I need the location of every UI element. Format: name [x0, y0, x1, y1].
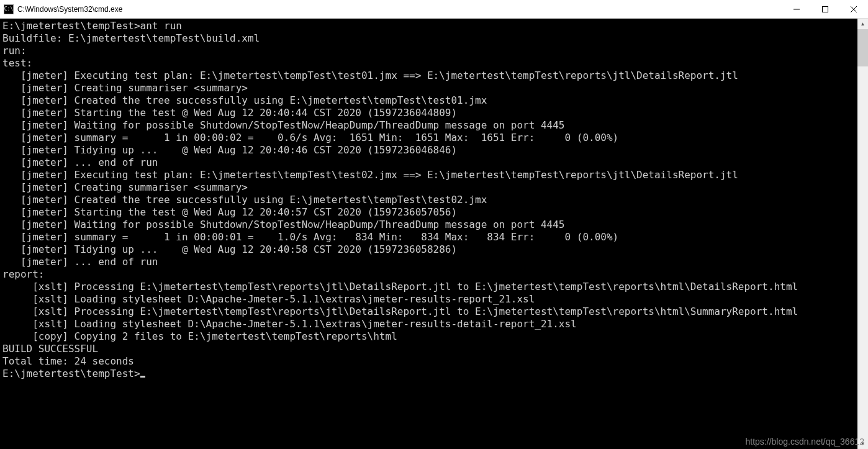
terminal-line: Buildfile: E:\jmetertest\tempTest\build.… — [2, 32, 866, 45]
terminal-line: [xslt] Loading stylesheet D:\Apache-Jmet… — [2, 318, 866, 330]
scroll-up-button[interactable]: ▲ — [857, 19, 868, 29]
terminal-line: [xslt] Processing E:\jmetertest\tempTest… — [2, 306, 866, 318]
cmd-icon: C:\ — [4, 4, 14, 14]
scroll-track[interactable] — [857, 29, 868, 438]
terminal-line: [jmeter] Waiting for possible Shutdown/S… — [2, 219, 866, 231]
terminal-line: [jmeter] Executing test plan: E:\jmetert… — [2, 70, 866, 82]
svg-rect-1 — [823, 6, 828, 12]
terminal-line: BUILD SUCCESSFUL — [2, 343, 866, 355]
terminal-line: [jmeter] Waiting for possible Shutdown/S… — [2, 119, 866, 132]
close-button[interactable] — [839, 0, 868, 18]
title-bar[interactable]: C:\ C:\Windows\System32\cmd.exe — [0, 0, 868, 19]
terminal-line: E:\jmetertest\tempTest> — [2, 368, 866, 380]
terminal-line: [jmeter] Starting the test @ Wed Aug 12 … — [2, 107, 866, 119]
terminal-line: [jmeter] Executing test plan: E:\jmetert… — [2, 169, 866, 181]
terminal-line: [copy] Copying 2 files to E:\jmetertest\… — [2, 330, 866, 343]
cursor-icon — [140, 376, 145, 378]
terminal-line: test: — [2, 57, 866, 70]
terminal-line: [jmeter] Created the tree successfully u… — [2, 194, 866, 206]
maximize-button[interactable] — [811, 0, 839, 18]
terminal-line: report: — [2, 268, 866, 281]
terminal-line: [jmeter] Starting the test @ Wed Aug 12 … — [2, 206, 866, 219]
window-title: C:\Windows\System32\cmd.exe — [17, 5, 782, 14]
terminal-line: [jmeter] ... end of run — [2, 156, 866, 169]
terminal-line: [jmeter] Created the tree successfully u… — [2, 94, 866, 107]
terminal-line: E:\jmetertest\tempTest>ant run — [2, 20, 866, 32]
watermark-text: https://blog.csdn.net/qq_36612 — [746, 437, 864, 447]
terminal-line: [jmeter] Tidying up ... @ Wed Aug 12 20:… — [2, 243, 866, 256]
window-controls — [782, 0, 868, 18]
terminal-line: [jmeter] Tidying up ... @ Wed Aug 12 20:… — [2, 144, 866, 156]
terminal-line: [xslt] Loading stylesheet D:\Apache-Jmet… — [2, 293, 866, 306]
scroll-thumb[interactable] — [857, 29, 868, 66]
terminal-line: Total time: 24 seconds — [2, 355, 866, 368]
terminal-line: run: — [2, 45, 866, 57]
terminal-line: [jmeter] summary = 1 in 00:00:01 = 1.0/s… — [2, 231, 866, 243]
terminal-line: [jmeter] summary = 1 in 00:00:02 = 0.6/s… — [2, 132, 866, 144]
terminal-output[interactable]: E:\jmetertest\tempTest>ant runBuildfile:… — [0, 19, 868, 449]
vertical-scrollbar[interactable]: ▲ ▼ — [857, 19, 868, 449]
terminal-line: [jmeter] Creating summariser <summary> — [2, 181, 866, 194]
terminal-line: [xslt] Processing E:\jmetertest\tempTest… — [2, 281, 866, 293]
terminal-line: [jmeter] Creating summariser <summary> — [2, 82, 866, 94]
minimize-button[interactable] — [782, 0, 811, 18]
terminal-line: [jmeter] ... end of run — [2, 256, 866, 268]
